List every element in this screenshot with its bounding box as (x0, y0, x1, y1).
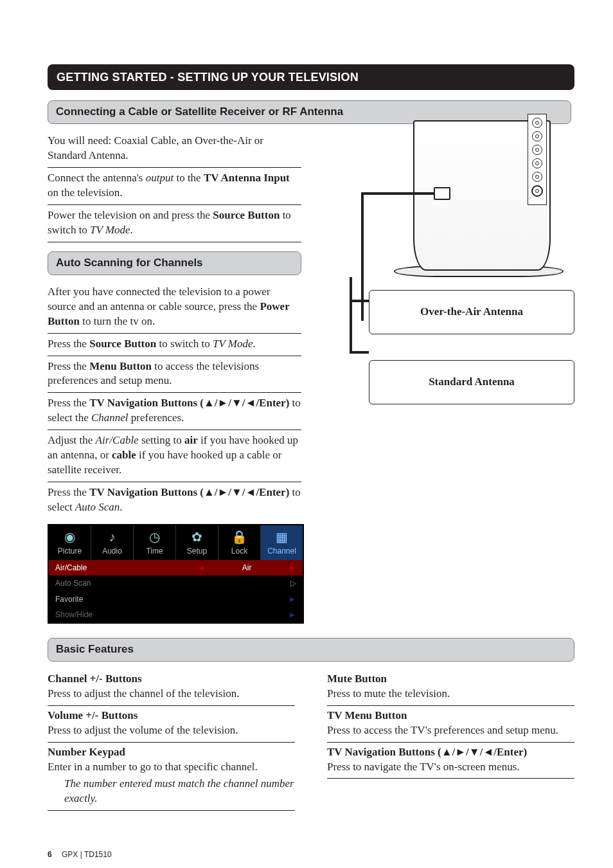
scan-step-4: Press the TV Navigation Buttons (▲/►/▼/◄… (48, 393, 301, 430)
tv-ports-panel (528, 114, 547, 205)
text: Press the (48, 360, 89, 372)
text-bold: Source Button (213, 209, 280, 221)
tab-label: Channel (267, 547, 296, 556)
cable-line (350, 300, 369, 302)
arrow-left-icon: ◄ (197, 563, 205, 573)
text-italic: TV Mode (90, 224, 130, 236)
menu-value: Air (205, 563, 289, 573)
text-bold: TV Navigation Buttons (▲/►/▼/◄/Enter) (89, 486, 289, 498)
menu-tab-time: ◷Time (134, 525, 176, 560)
feature-title: TV Navigation Buttons (▲/►/▼/◄/Enter) (327, 745, 574, 760)
left-column: Connecting a Cable or Satellite Receiver… (48, 100, 301, 624)
text: Press the (48, 486, 89, 498)
arrow-right-icon: ▷ (290, 578, 296, 588)
tv-diagram (332, 110, 564, 284)
connect-step-3: Power the television on and press the So… (48, 205, 301, 242)
arrow-right-icon: ► (289, 563, 296, 573)
right-column: Over-the-Air Antenna Standard Antenna (321, 100, 574, 404)
text: to turn the tv on. (80, 315, 155, 327)
port-icon (532, 118, 542, 128)
subhead-autoscan: Auto Scanning for Channels (48, 251, 301, 275)
scan-step-6: Press the TV Navigation Buttons (▲/►/▼/◄… (48, 482, 301, 519)
feature-note: The number entered must match the channe… (48, 777, 295, 806)
text: on the television. (48, 186, 123, 199)
text-bold: Source Button (89, 338, 156, 350)
text: Press the (48, 338, 89, 350)
text: Adjust the (48, 434, 96, 446)
menu-key: Favorite (55, 594, 205, 604)
connector-icon (434, 187, 450, 200)
text-bold: TV Antenna Input (204, 172, 290, 184)
menu-row-favorite: Favorite ► (49, 592, 303, 607)
cable-line (350, 289, 352, 354)
text-italic: Channel (91, 411, 129, 424)
feature-channel-buttons: Channel +/- Buttons Press to adjust the … (48, 669, 295, 706)
text: After you have connected the television … (48, 285, 270, 312)
time-icon: ◷ (134, 528, 175, 546)
text: . (130, 224, 133, 236)
text: . (120, 501, 122, 513)
text-italic: output (146, 172, 173, 184)
feature-number-keypad: Number Keypad Enter in a number to go to… (48, 743, 295, 811)
setup-icon: ✿ (176, 528, 218, 546)
tab-label: Time (146, 547, 163, 556)
feature-title: Volume +/- Buttons (48, 709, 295, 723)
feature-desc: Press to access the TV's preferences and… (327, 723, 574, 738)
text-bold: cable (112, 449, 136, 461)
feature-desc: Press to mute the television. (327, 687, 574, 701)
text: Press the (48, 397, 89, 409)
channel-icon: ▦ (261, 528, 303, 546)
antenna-box-standard: Standard Antenna (369, 360, 574, 404)
basic-right-col: Mute Button Press to mute the television… (327, 669, 574, 811)
feature-mute-button: Mute Button Press to mute the television… (327, 669, 574, 706)
feature-desc: Enter in a number to go to that specific… (48, 760, 295, 775)
arrow-right-icon: ► (289, 594, 296, 604)
arrow-right-icon: ► (289, 610, 296, 620)
tab-label: Lock (231, 547, 247, 556)
menu-row-autoscan: Auto Scan ▷ (49, 575, 303, 591)
footer-model: GPX | TD1510 (62, 850, 112, 859)
tab-label: Audio (102, 547, 122, 556)
scan-step-5: Adjust the Air/Cable setting to air if y… (48, 430, 301, 482)
feature-volume-buttons: Volume +/- Buttons Press to adjust the v… (48, 706, 295, 743)
port-icon (532, 145, 542, 155)
port-icon (532, 131, 542, 141)
feature-title: Channel +/- Buttons (48, 672, 295, 687)
tv-menu-screenshot: ◉Picture ♪Audio ◷Time ✿Setup 🔒Lock ▦Chan… (48, 524, 304, 624)
scan-step-2: Press the Source Button to switch to TV … (48, 334, 301, 356)
text: Connect the antenna's (48, 172, 146, 184)
port-icon (532, 158, 542, 168)
audio-icon: ♪ (91, 528, 133, 546)
text-bold: Menu Button (89, 360, 152, 372)
menu-tab-channel: ▦Channel (261, 525, 303, 560)
text-italic: TV Mode (213, 338, 253, 350)
basic-left-col: Channel +/- Buttons Press to adjust the … (48, 669, 295, 811)
feature-title: Mute Button (327, 672, 574, 687)
section-header: GETTING STARTED - SETTING UP YOUR TELEVI… (48, 64, 574, 90)
text: setting to (139, 434, 184, 446)
text: . (253, 338, 256, 350)
menu-key: Air/Cable (55, 563, 197, 573)
lock-icon: 🔒 (218, 528, 260, 546)
feature-tv-nav-buttons: TV Navigation Buttons (▲/►/▼/◄/Enter) Pr… (327, 743, 574, 779)
text: Power the television on and press the (48, 209, 213, 221)
connect-step-2: Connect the antenna's output to the TV A… (48, 168, 301, 205)
feature-title: TV Menu Button (327, 709, 574, 723)
picture-icon: ◉ (49, 528, 91, 546)
feature-title: Number Keypad (48, 745, 295, 760)
menu-row-aircable: Air/Cable ◄ Air ► (49, 560, 303, 575)
connect-step-1: You will need: Coaxial Cable, an Over-th… (48, 131, 301, 168)
cable-line (361, 192, 437, 195)
tab-label: Setup (187, 547, 207, 556)
menu-row-showhide: Show/Hide ► (49, 607, 303, 622)
tab-label: Picture (58, 547, 82, 556)
menu-tab-audio: ♪Audio (91, 525, 134, 560)
port-icon (532, 172, 542, 182)
text-bold: TV Navigation Buttons (▲/►/▼/◄/Enter) (89, 397, 289, 409)
page-number: 6 (48, 850, 52, 859)
menu-tab-picture: ◉Picture (49, 525, 91, 560)
text: to switch to (156, 338, 213, 350)
feature-desc: Press to navigate the TV's on-screen men… (327, 760, 574, 775)
text-italic: Air/Cable (96, 434, 139, 446)
subhead-basic-features: Basic Features (48, 638, 574, 662)
